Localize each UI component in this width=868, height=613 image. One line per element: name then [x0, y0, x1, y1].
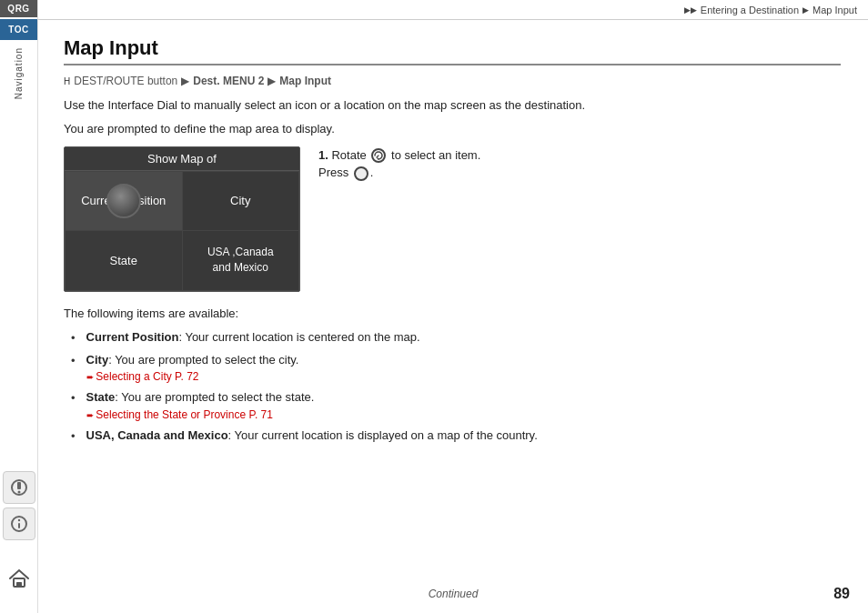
link-selecting-city[interactable]: Selecting a City P. 72: [86, 368, 841, 385]
map-cell-city-label: City: [230, 194, 250, 207]
item-def-3: Your current location is displayed on a …: [235, 428, 538, 442]
page-title: Map Input: [64, 36, 841, 65]
arrow-icon: ▶▶: [684, 5, 697, 15]
arrow-icon-2: ▶: [802, 5, 809, 15]
path-item-1: Dest. MENU 2: [193, 75, 264, 87]
item-current-position: Current Position: Your current location …: [86, 328, 841, 347]
path-label: DEST/ROUTE button: [74, 75, 177, 87]
item-term-2: State: [86, 390, 116, 404]
breadcrumb-item-1: Entering a Destination: [701, 5, 799, 15]
svg-point-2: [18, 491, 21, 494]
bullet-section: The following items are available: Curre…: [64, 305, 841, 446]
step-1-number: 1.: [318, 148, 328, 162]
list-item: City: You are prompted to select the cit…: [71, 351, 841, 386]
link-selecting-state[interactable]: Selecting the State or Province P. 71: [86, 407, 841, 423]
step-1-press: Press: [318, 166, 348, 179]
map-cell-usa-label: USA ,Canadaand Mexico: [207, 245, 274, 276]
step-1-text: 1. Rotate to select an item. Press .: [318, 146, 841, 182]
items-list: Current Position: Your current location …: [64, 328, 841, 445]
press-icon: [354, 166, 368, 181]
item-term-0: Current Position: [86, 330, 179, 344]
map-display: Show Map of Current Position City State …: [64, 146, 300, 292]
item-usa: USA, Canada and Mexico: Your current loc…: [86, 427, 841, 446]
step-1-select: to select an item.: [391, 148, 480, 162]
path-arrow-1: ▶: [181, 75, 189, 87]
continued-label: Continued: [429, 588, 479, 600]
item-def-2: You are prompted to select the state.: [121, 390, 314, 404]
item-term-1: City: [86, 353, 109, 367]
sidebar-nav-label: Navigation: [14, 47, 24, 99]
item-term-3: USA, Canada and Mexico: [86, 428, 228, 442]
dest-route-icon: H: [64, 76, 70, 86]
step-info: 1. Rotate to select an item. Press .: [318, 146, 841, 292]
path-item-2: Map Input: [279, 75, 331, 87]
sidebar-tool-icon[interactable]: [3, 471, 35, 504]
item-def-0: Your current location is centered on the…: [185, 330, 419, 344]
path-breadcrumb: H DEST/ROUTE button ▶ Dest. MENU 2 ▶ Map…: [64, 75, 841, 87]
list-item: USA, Canada and Mexico: Your current loc…: [71, 427, 841, 446]
map-cell-state: State: [66, 231, 182, 290]
list-item: Current Position: Your current location …: [71, 328, 841, 347]
sidebar-toc-label[interactable]: TOC: [0, 19, 37, 40]
sidebar: QRG TOC Navigation: [0, 0, 38, 613]
svg-rect-4: [18, 523, 20, 528]
item-city: City: You are prompted to select the cit…: [86, 351, 841, 386]
map-cell-usa: USA ,Canadaand Mexico: [183, 231, 299, 290]
sidebar-icon-group: [0, 471, 38, 540]
map-cell-state-label: State: [110, 254, 137, 267]
svg-rect-1: [17, 482, 21, 489]
map-cell-city: City: [183, 172, 299, 231]
item-state: State: You are prompted to select the st…: [86, 388, 841, 423]
svg-rect-7: [16, 582, 22, 587]
main-content: Map Input H DEST/ROUTE button ▶ Dest. ME…: [38, 20, 868, 613]
items-intro: The following items are available:: [64, 305, 841, 324]
path-arrow-2: ▶: [267, 75, 276, 87]
step-1-rotate: Rotate: [331, 148, 366, 162]
breadcrumb: ▶▶ Entering a Destination ▶ Map Input: [684, 5, 857, 15]
map-cell-current-position: Current Position: [66, 172, 182, 231]
item-def-1: You are prompted to select the city.: [115, 353, 298, 367]
svg-point-5: [18, 519, 20, 521]
page-number: 89: [833, 586, 850, 602]
map-title: Show Map of: [65, 147, 299, 171]
description-1: Use the Interface Dial to manually selec…: [64, 96, 841, 115]
interface-dial: [106, 184, 141, 218]
top-breadcrumb-bar: ▶▶ Entering a Destination ▶ Map Input: [0, 0, 868, 20]
sidebar-info-icon[interactable]: [3, 507, 35, 540]
sidebar-home-button[interactable]: [3, 562, 35, 595]
list-item: State: You are prompted to select the st…: [71, 388, 841, 423]
sidebar-qrg-label[interactable]: QRG: [0, 0, 37, 17]
description-2: You are prompted to define the map area …: [64, 122, 841, 136]
breadcrumb-item-2: Map Input: [812, 5, 857, 15]
map-grid: Current Position City State USA ,Canadaa…: [65, 171, 299, 291]
rotate-icon: [371, 148, 386, 163]
content-row: Show Map of Current Position City State …: [64, 146, 841, 292]
